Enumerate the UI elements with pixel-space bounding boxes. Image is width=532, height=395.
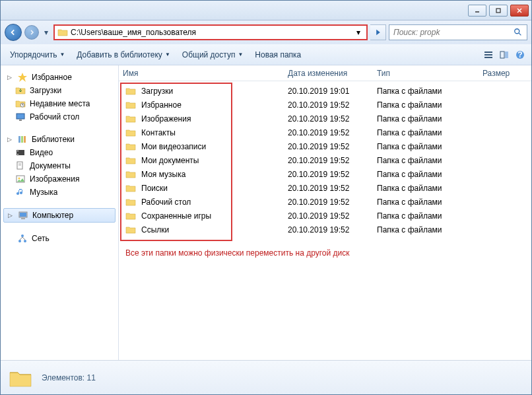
computer-icon: [18, 210, 28, 221]
file-name: Загрузки: [141, 87, 173, 96]
sidebar-favorites[interactable]: ▷Избранное: [1, 71, 118, 84]
svg-rect-9: [500, 52, 504, 58]
expand-icon: [6, 235, 13, 242]
svg-rect-6: [484, 52, 492, 53]
sidebar-item-desktop[interactable]: Рабочий стол: [1, 110, 118, 124]
sidebar-item-video[interactable]: Видео: [1, 146, 118, 159]
sidebar: ▷Избранное Загрузки Недавние места Рабоч…: [1, 65, 119, 360]
file-row[interactable]: Моя музыка20.10.2019 19:52Папка с файлам…: [119, 167, 531, 181]
folder-icon: [125, 197, 136, 207]
file-row[interactable]: Рабочий стол20.10.2019 19:52Папка с файл…: [119, 195, 531, 209]
file-row[interactable]: Сохраненные игры20.10.2019 19:52Папка с …: [119, 209, 531, 223]
file-type: Папка с файлами: [373, 198, 479, 207]
svg-rect-17: [21, 136, 23, 143]
expand-icon: ▷: [6, 136, 13, 143]
address-input[interactable]: [71, 28, 350, 37]
forward-button[interactable]: [24, 25, 39, 40]
folder-large-icon: [7, 365, 34, 391]
file-name: Поиски: [141, 184, 168, 193]
expand-icon: ▷: [6, 74, 13, 81]
file-row[interactable]: Мои документы20.10.2019 19:52Папка с фай…: [119, 153, 531, 167]
file-row[interactable]: Поиски20.10.2019 19:52Папка с файлами: [119, 181, 531, 195]
address-dropdown[interactable]: ▾: [353, 28, 364, 37]
sidebar-item-pictures[interactable]: Изображения: [1, 172, 118, 186]
address-bar[interactable]: ▾: [53, 24, 368, 40]
file-date: 20.10.2019 19:52: [284, 184, 373, 193]
svg-rect-15: [19, 120, 22, 121]
include-library-button[interactable]: Добавить в библиотеку▼: [71, 48, 175, 62]
file-type: Папка с файлами: [373, 114, 479, 124]
file-date: 20.10.2019 19:52: [284, 156, 373, 165]
recent-dropdown[interactable]: ▾: [42, 24, 51, 41]
recent-icon: [15, 98, 26, 109]
folder-icon: [125, 225, 136, 235]
file-row[interactable]: Мои видеозаписи20.10.2019 19:52Папка с ф…: [119, 139, 531, 153]
documents-icon: [15, 161, 26, 171]
column-type[interactable]: Тип: [373, 69, 479, 78]
desktop-icon: [15, 112, 26, 122]
toolbar: Упорядочить▼ Добавить в библиотеку▼ Общи…: [1, 44, 531, 65]
sidebar-item-music[interactable]: Музыка: [1, 186, 118, 199]
file-type: Папка с файлами: [373, 184, 479, 193]
file-type: Папка с файлами: [373, 225, 479, 234]
file-date: 20.10.2019 19:52: [284, 198, 373, 207]
search-input[interactable]: [393, 28, 511, 37]
new-folder-button[interactable]: Новая папка: [249, 48, 306, 62]
sidebar-libraries[interactable]: ▷Библиотеки: [1, 133, 118, 146]
view-options-button[interactable]: [481, 48, 496, 62]
file-name: Сохраненные игры: [141, 211, 211, 221]
column-date[interactable]: Дата изменения: [284, 69, 373, 78]
go-button[interactable]: [370, 24, 386, 40]
svg-point-32: [21, 234, 24, 237]
svg-line-5: [519, 33, 521, 36]
svg-text:?: ?: [517, 50, 522, 59]
sidebar-computer[interactable]: ▷Компьютер: [3, 208, 116, 223]
svg-point-30: [18, 240, 21, 242]
music-icon: [15, 187, 26, 198]
svg-rect-10: [505, 52, 508, 58]
sidebar-network[interactable]: Сеть: [1, 232, 118, 245]
file-type: Папка с файлами: [373, 128, 479, 137]
column-size[interactable]: Размер: [479, 69, 531, 78]
file-row[interactable]: Ссылки20.10.2019 19:52Папка с файлами: [119, 223, 531, 236]
folder-icon: [125, 127, 136, 138]
svg-rect-7: [484, 54, 492, 55]
search-box[interactable]: [389, 24, 527, 40]
annotation-text: Все эти папки можно физически переместит…: [119, 239, 531, 267]
file-row[interactable]: Контакты20.10.2019 19:52Папка с файлами: [119, 126, 531, 139]
sidebar-item-recent[interactable]: Недавние места: [1, 97, 118, 110]
help-button[interactable]: ?: [513, 48, 527, 62]
downloads-icon: [15, 85, 26, 96]
file-name: Мои документы: [141, 156, 199, 165]
file-row[interactable]: Загрузки20.10.2019 19:01Папка с файлами: [119, 84, 531, 98]
file-date: 20.10.2019 19:52: [284, 170, 373, 179]
organize-button[interactable]: Упорядочить▼: [5, 48, 70, 62]
share-button[interactable]: Общий доступ▼: [177, 48, 249, 62]
file-name: Контакты: [141, 128, 176, 137]
file-row[interactable]: Избранное20.10.2019 19:52Папка с файлами: [119, 98, 531, 112]
status-bar: Элементов: 11: [1, 360, 531, 394]
svg-rect-1: [496, 9, 500, 13]
sidebar-item-downloads[interactable]: Загрузки: [1, 84, 118, 97]
file-date: 20.10.2019 19:01: [284, 87, 373, 96]
minimize-button[interactable]: [468, 5, 486, 17]
maximize-button[interactable]: [489, 5, 508, 17]
file-name: Ссылки: [141, 225, 169, 234]
file-name: Рабочий стол: [141, 198, 191, 207]
back-button[interactable]: [5, 24, 22, 41]
folder-icon: [125, 86, 136, 96]
file-date: 20.10.2019 19:52: [284, 211, 373, 221]
svg-rect-28: [20, 213, 26, 217]
close-button[interactable]: [510, 5, 529, 17]
sidebar-item-documents[interactable]: Документы: [1, 159, 118, 172]
svg-rect-29: [21, 218, 25, 219]
folder-icon: [125, 114, 136, 124]
svg-rect-20: [17, 151, 18, 151]
file-type: Папка с файлами: [373, 170, 479, 179]
preview-pane-button[interactable]: [497, 48, 512, 62]
svg-point-4: [515, 29, 519, 34]
file-date: 20.10.2019 19:52: [284, 128, 373, 137]
column-name[interactable]: Имя: [119, 69, 284, 78]
file-row[interactable]: Изображения20.10.2019 19:52Папка с файла…: [119, 112, 531, 126]
file-date: 20.10.2019 19:52: [284, 142, 373, 151]
